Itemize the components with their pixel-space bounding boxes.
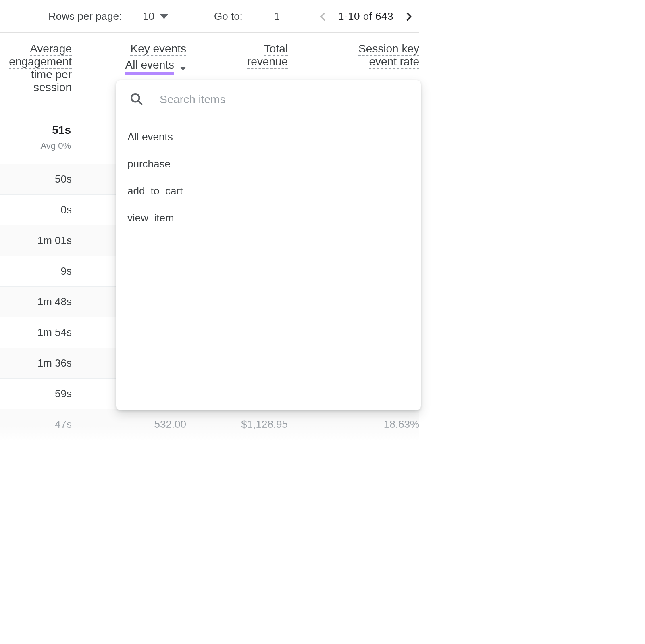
dropdown-searchbar[interactable]: Search items <box>116 80 421 117</box>
table-cell: 1m 48s <box>0 296 72 308</box>
pager-bar: Rows per page: 10 Go to: 1 1-10 of 643 <box>0 0 419 33</box>
table-cell: 1m 36s <box>0 357 72 369</box>
dropdown-items: All eventspurchaseadd_to_cartview_item <box>116 117 421 238</box>
table-cell: 1m 54s <box>0 326 72 339</box>
aggregate-cell: 51s Avg 0% <box>0 124 72 151</box>
header-line: engagement <box>9 55 72 69</box>
key-events-dropdown: Search items All eventspurchaseadd_to_ca… <box>116 80 421 410</box>
key-events-filter[interactable]: All events <box>125 58 186 75</box>
pager-prev-button[interactable] <box>317 11 329 22</box>
search-icon <box>129 92 144 108</box>
header-line: time per <box>31 68 72 81</box>
table-cell: 9s <box>0 265 72 277</box>
aggregate-main: 51s <box>0 124 71 137</box>
caret-down-icon <box>180 67 186 71</box>
table-cell: 1m 01s <box>0 234 72 247</box>
header-line: Key events <box>130 42 186 56</box>
header-line: Average <box>30 42 72 56</box>
dropdown-item[interactable]: add_to_cart <box>119 177 418 204</box>
key-events-current-value: All events <box>125 58 174 75</box>
table-cell: 50s <box>0 173 72 185</box>
search-placeholder: Search items <box>160 93 225 106</box>
pager-range: 1-10 of 643 <box>338 10 393 23</box>
table-cell: 0s <box>0 204 72 216</box>
table-cell: 47s <box>0 418 72 431</box>
table-cell: 59s <box>0 388 72 400</box>
header-total-revenue: Total revenue <box>186 33 288 68</box>
caret-down-icon <box>160 14 168 19</box>
header-avg-engagement: Average engagement time per session <box>0 33 72 94</box>
header-line: revenue <box>247 55 288 69</box>
report-table-area: Rows per page: 10 Go to: 1 1-10 of 643 A… <box>0 0 419 440</box>
rows-per-page-select[interactable]: 10 <box>143 10 168 23</box>
header-line: session <box>33 81 72 94</box>
header-line: Total <box>264 42 288 56</box>
table-row[interactable]: 47s532.00$1,128.9518.63% <box>0 409 419 440</box>
table-cell: 18.63% <box>288 418 419 431</box>
rows-per-page-label: Rows per page: <box>48 10 122 23</box>
rows-per-page-value: 10 <box>143 10 154 23</box>
table-cell: 532.00 <box>72 418 186 431</box>
dropdown-item[interactable]: All events <box>119 123 418 150</box>
header-session-key-event-rate: Session key event rate <box>288 33 419 68</box>
go-to-label: Go to: <box>214 10 243 23</box>
dropdown-item[interactable]: view_item <box>119 204 418 231</box>
dropdown-item[interactable]: purchase <box>119 150 418 177</box>
table-cell: $1,128.95 <box>186 418 288 431</box>
header-line: event rate <box>369 55 419 69</box>
aggregate-sub: Avg 0% <box>0 141 71 151</box>
header-key-events: Key events All events <box>72 33 186 75</box>
pager-next-button[interactable] <box>403 11 414 22</box>
go-to-value[interactable]: 1 <box>274 10 280 23</box>
header-line: Session key <box>358 42 419 56</box>
